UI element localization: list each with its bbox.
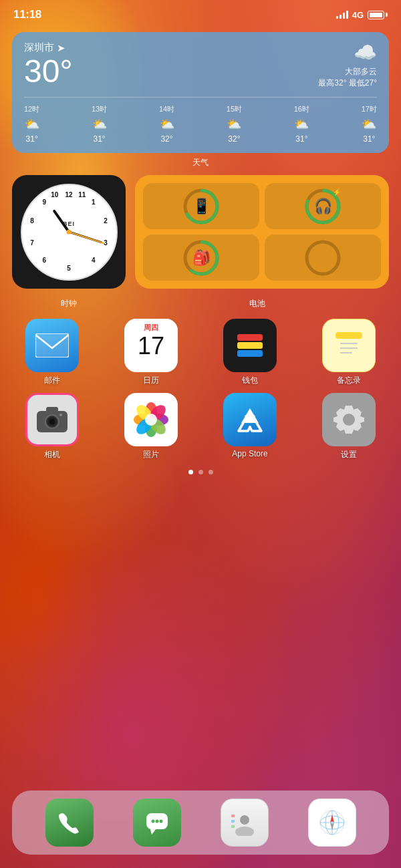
phone-icon: 📱 bbox=[192, 198, 211, 215]
cloud-icon: ☁️ bbox=[318, 41, 377, 63]
mail-icon bbox=[25, 319, 79, 372]
calendar-icon: 周四 17 bbox=[124, 319, 178, 372]
svg-point-32 bbox=[343, 414, 355, 426]
battery-phone-ring: 📱 bbox=[182, 187, 221, 226]
clock-orange-hand bbox=[69, 231, 105, 244]
svg-rect-10 bbox=[237, 342, 263, 349]
weather-temperature: 30° bbox=[24, 55, 73, 88]
svg-point-6 bbox=[307, 242, 339, 274]
clock-center-dot bbox=[67, 230, 72, 235]
svg-rect-7 bbox=[35, 333, 69, 357]
wallet-icon bbox=[223, 319, 277, 372]
weather-condition: 大部多云 最高32° 最低27° bbox=[318, 66, 377, 89]
dock-safari-icon bbox=[308, 799, 356, 847]
battery-empty-ring bbox=[303, 239, 342, 277]
dock-safari[interactable] bbox=[308, 799, 356, 847]
signal-bar-3 bbox=[343, 13, 345, 19]
signal-bar-2 bbox=[340, 15, 342, 19]
widget-labels: 时钟 电池 bbox=[12, 298, 389, 309]
status-bar: 11:18 4G bbox=[0, 0, 401, 27]
notes-icon bbox=[322, 319, 376, 372]
photos-label: 照片 bbox=[143, 449, 159, 460]
app-settings[interactable]: 设置 bbox=[309, 393, 389, 460]
battery-widget[interactable]: 📱 🎧 ⚡ bbox=[135, 175, 389, 289]
network-type: 4G bbox=[352, 10, 364, 20]
status-icons: 4G bbox=[336, 10, 388, 20]
clock-widget-label: 时钟 bbox=[12, 298, 126, 309]
battery-airpods-item: 🎧 ⚡ bbox=[265, 183, 381, 229]
camera-icon bbox=[25, 393, 79, 446]
battery-case-ring: 🎒 bbox=[182, 239, 221, 277]
battery-airpods-ring: 🎧 ⚡ bbox=[303, 187, 342, 226]
app-wallet[interactable]: 钱包 bbox=[210, 319, 290, 386]
appstore-label: App Store bbox=[232, 449, 267, 458]
dock-contacts-icon bbox=[221, 799, 269, 847]
wallet-label: 钱包 bbox=[242, 375, 258, 386]
app-calendar[interactable]: 周四 17 日历 bbox=[111, 319, 191, 386]
weather-header: 深圳市 ➤ 30° ☁️ 大部多云 最高32° 最低27° bbox=[24, 41, 377, 89]
forecast-16h: 16时 ⛅ 31° bbox=[294, 104, 309, 144]
clock-widget[interactable]: 12 1 2 3 4 5 6 7 8 9 10 11 BEI bbox=[12, 175, 126, 289]
weather-widget[interactable]: 深圳市 ➤ 30° ☁️ 大部多云 最高32° 最低27° 12时 ⛅ 31° … bbox=[12, 32, 389, 153]
dock-messages[interactable] bbox=[133, 799, 181, 847]
svg-point-36 bbox=[155, 820, 158, 823]
battery-phone-item: 📱 bbox=[143, 183, 259, 229]
dock-messages-icon bbox=[133, 799, 181, 847]
app-photos[interactable]: 照片 bbox=[111, 393, 191, 460]
forecast-12h: 12时 ⛅ 31° bbox=[24, 104, 39, 144]
dot-2 bbox=[198, 470, 203, 474]
dot-3 bbox=[209, 470, 213, 474]
dot-1 bbox=[188, 470, 193, 474]
forecast-13h: 13时 ⛅ 31° bbox=[92, 104, 107, 144]
app-notes[interactable]: 备忘录 bbox=[309, 319, 389, 386]
app-camera[interactable]: 相机 bbox=[12, 393, 92, 460]
svg-rect-41 bbox=[231, 820, 235, 823]
apps-section: 12 1 2 3 4 5 6 7 8 9 10 11 BEI bbox=[0, 175, 401, 460]
signal-bar-1 bbox=[336, 16, 338, 19]
svg-rect-11 bbox=[237, 350, 263, 357]
app-row-2: 相机 照片 bbox=[12, 393, 389, 460]
battery-fill bbox=[370, 13, 382, 17]
weather-city: 深圳市 ➤ bbox=[24, 41, 73, 54]
large-widgets-row: 12 1 2 3 4 5 6 7 8 9 10 11 BEI bbox=[12, 175, 389, 289]
weather-forecast: 12时 ⛅ 31° 13时 ⛅ 31° 14时 ⛅ 32° 15时 ⛅ 32° … bbox=[24, 97, 377, 144]
calendar-label: 日历 bbox=[143, 375, 159, 386]
app-mail[interactable]: 邮件 bbox=[12, 319, 92, 386]
forecast-17h: 17时 ⛅ 31° bbox=[362, 104, 377, 144]
dock-phone-icon bbox=[45, 799, 94, 847]
svg-rect-9 bbox=[237, 334, 263, 341]
svg-point-20 bbox=[49, 419, 55, 424]
weather-left: 深圳市 ➤ 30° bbox=[24, 41, 73, 88]
battery-widget-label: 电池 bbox=[126, 298, 389, 309]
dock-contacts[interactable] bbox=[221, 799, 269, 847]
airpods-icon: 🎧 bbox=[314, 198, 332, 215]
notes-label: 备忘录 bbox=[337, 375, 361, 386]
case-icon: 🎒 bbox=[192, 249, 211, 267]
app-row-1: 邮件 周四 17 日历 钱包 bbox=[12, 319, 389, 386]
svg-point-22 bbox=[59, 414, 62, 416]
settings-icon bbox=[322, 393, 376, 446]
app-appstore[interactable]: App Store bbox=[210, 393, 290, 460]
svg-rect-42 bbox=[231, 825, 235, 828]
location-icon: ➤ bbox=[57, 42, 65, 54]
appstore-icon bbox=[223, 393, 277, 446]
dock-phone[interactable] bbox=[45, 799, 94, 847]
clock-face: 12 1 2 3 4 5 6 7 8 9 10 11 BEI bbox=[21, 184, 118, 281]
battery-indicator bbox=[368, 11, 388, 19]
svg-point-35 bbox=[151, 820, 154, 823]
camera-label: 相机 bbox=[44, 449, 60, 460]
svg-marker-34 bbox=[150, 829, 156, 835]
svg-point-38 bbox=[240, 815, 249, 825]
battery-tip bbox=[386, 13, 388, 17]
calendar-day: 17 bbox=[138, 334, 164, 361]
charging-icon: ⚡ bbox=[333, 188, 341, 196]
svg-point-37 bbox=[159, 820, 162, 823]
forecast-14h: 14时 ⛅ 32° bbox=[159, 104, 174, 144]
svg-rect-21 bbox=[46, 407, 58, 412]
svg-point-31 bbox=[145, 414, 157, 426]
weather-right: ☁️ 大部多云 最高32° 最低27° bbox=[318, 41, 377, 89]
signal-bar-4 bbox=[346, 11, 348, 19]
mail-label: 邮件 bbox=[44, 375, 60, 386]
page-dots bbox=[0, 470, 401, 474]
svg-rect-13 bbox=[336, 332, 362, 339]
